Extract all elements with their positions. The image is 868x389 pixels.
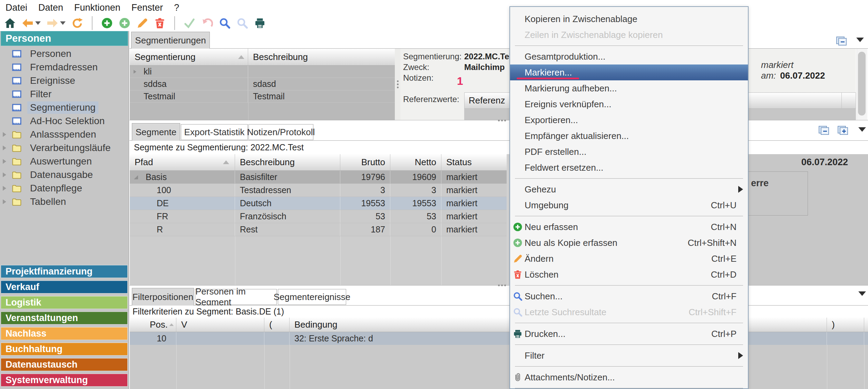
last-search-results-button[interactable]: [236, 17, 248, 29]
vertical-splitter[interactable]: [395, 49, 400, 120]
tab-notizen-protokoll[interactable]: Notizen/Protokoll: [248, 124, 313, 140]
menu-item-umgebung[interactable]: UmgebungCtrl+U: [510, 197, 748, 213]
sidebar-item-filter[interactable]: Filter: [0, 87, 129, 101]
module-nachlass[interactable]: Nachlass: [1, 327, 128, 340]
menu-item-attachments-notizen[interactable]: Attachments/Notizen...: [510, 369, 748, 385]
menu-item-loeschen[interactable]: LöschenCtrl+D: [510, 267, 748, 282]
column-header-close-paren[interactable]: ): [827, 318, 864, 332]
back-dropdown-icon[interactable]: [35, 21, 41, 25]
delete-button[interactable]: [154, 17, 166, 29]
tab-filterpositionen[interactable]: Filterpositionen: [132, 288, 194, 306]
panel-menu-dropdown-icon[interactable]: [858, 127, 866, 132]
sidebar-item-anlassspenden[interactable]: Anlassspenden: [0, 128, 129, 141]
table-row[interactable]: FR Französisch 53 53 markiert: [130, 210, 507, 223]
sidebar-item-tabellen[interactable]: Tabellen: [0, 195, 129, 208]
print-button[interactable]: [254, 17, 266, 29]
expand-icon[interactable]: [3, 186, 6, 191]
column-header-brutto[interactable]: Brutto: [340, 154, 390, 170]
edit-button[interactable]: [136, 17, 148, 29]
home-button[interactable]: [4, 17, 16, 29]
back-button[interactable]: [22, 17, 41, 29]
menu-item-drucken[interactable]: Drucken...Ctrl+P: [510, 326, 748, 342]
panel-menu-dropdown-icon[interactable]: [858, 291, 866, 296]
menu-item-gehezu[interactable]: Gehezu: [510, 181, 748, 197]
column-header-netto[interactable]: Netto: [390, 154, 441, 170]
column-header-open-paren[interactable]: (: [264, 318, 290, 332]
column-header-pos[interactable]: Pos.: [130, 318, 176, 332]
tab-personen-im-segment[interactable]: Personen im Segment: [195, 289, 277, 305]
menu-item-exportieren[interactable]: Exportieren...: [510, 112, 748, 128]
module-systemverwaltung[interactable]: Systemverwaltung: [1, 373, 128, 387]
search-button[interactable]: [219, 17, 231, 29]
column-header-beschreibung[interactable]: Beschreibung: [235, 154, 340, 170]
module-veranstaltungen[interactable]: Veranstaltungen: [1, 311, 128, 325]
menu-item-gesamtproduktion[interactable]: Gesamtproduktion...: [510, 49, 748, 64]
menu-item-filter[interactable]: Filter: [510, 348, 748, 363]
menu-item-feldwert-ersetzen[interactable]: Feldwert ersetzen...: [510, 160, 748, 176]
menu-item-neu-erfassen[interactable]: Neu erfassenCtrl+N: [510, 219, 748, 235]
sidebar-item-ereignisse[interactable]: Ereignisse: [0, 74, 129, 87]
menu-datei[interactable]: Datei: [6, 2, 27, 13]
menu-item-ereignis-verknuepfen[interactable]: Ereignis verknüpfen...: [510, 96, 748, 112]
sidebar-item-auswertungen[interactable]: Auswertungen: [0, 154, 129, 168]
expand-icon[interactable]: [3, 132, 6, 137]
sidebar-item-ad-hoc-selektion[interactable]: Ad-Hoc Selektion: [0, 114, 129, 128]
table-row[interactable]: R Rest 187 0 markiert: [130, 223, 507, 236]
restore-window-icon[interactable]: [836, 37, 847, 47]
table-row[interactable]: sddsa sdasd: [130, 78, 395, 90]
restore-window-icon[interactable]: [819, 126, 829, 136]
column-header-v[interactable]: V: [176, 318, 264, 332]
table-row[interactable]: Testmail Testmail: [130, 90, 395, 103]
tab-export-statistik[interactable]: Export-Statistik: [181, 124, 248, 140]
sidebar-item-datenausgabe[interactable]: Datenausgabe: [0, 168, 129, 181]
menu-help[interactable]: ?: [174, 2, 179, 13]
confirm-button[interactable]: [184, 17, 195, 29]
vertical-scrollbar[interactable]: [857, 49, 867, 120]
expand-icon[interactable]: [3, 199, 6, 204]
sidebar-item-verarbeitungslaeufe[interactable]: Verarbeitungsläufe: [0, 141, 129, 154]
menu-item-pdf-erstellen[interactable]: PDF erstellen...: [510, 144, 748, 160]
menu-item-kopieren-in-zwischenablage[interactable]: Kopieren in Zwischenablage: [510, 11, 748, 27]
sidebar-item-datenpflege[interactable]: Datenpflege: [0, 181, 129, 195]
menu-item-markieren[interactable]: Markieren...: [510, 64, 748, 80]
sidebar-item-personen[interactable]: Personen: [0, 47, 129, 60]
module-buchhaltung[interactable]: Buchhaltung: [1, 342, 128, 356]
module-datenaustausch[interactable]: Datenaustausch: [1, 358, 128, 371]
module-verkauf[interactable]: Verkauf: [1, 280, 128, 293]
panel-menu-dropdown-icon[interactable]: [856, 38, 864, 42]
expand-icon[interactable]: [3, 146, 6, 150]
maximize-window-icon[interactable]: [838, 126, 848, 136]
menu-item-suchen[interactable]: Suchen...Ctrl+F: [510, 288, 748, 304]
tab-segmentierungen[interactable]: Segmentierungen: [131, 32, 210, 49]
table-row[interactable]: 100 Testadressen 3 3 markiert: [130, 184, 507, 197]
new-button[interactable]: [101, 17, 113, 29]
refresh-button[interactable]: [71, 17, 83, 29]
menu-funktionen[interactable]: Funktionen: [74, 2, 120, 13]
undo-button[interactable]: [201, 17, 213, 29]
expand-icon[interactable]: [3, 172, 6, 177]
table-row-selected[interactable]: DE Deutsch 19553 19553 markiert: [130, 197, 507, 210]
column-header-status[interactable]: Status: [441, 154, 507, 170]
expand-icon[interactable]: [134, 70, 136, 73]
menu-daten[interactable]: Daten: [38, 2, 63, 13]
menu-item-markierung-aufheben[interactable]: Markierung aufheben...: [510, 80, 748, 96]
forward-button[interactable]: [47, 17, 66, 29]
column-header-beschreibung[interactable]: Beschreibung: [248, 49, 395, 65]
table-row[interactable]: Basis Basisfilter 19796 19609 markiert: [130, 171, 507, 184]
horizontal-splitter-grip[interactable]: [498, 120, 506, 121]
menu-item-neu-als-kopie-erfassen[interactable]: Neu als Kopie erfassenCtrl+Shift+N: [510, 235, 748, 251]
new-as-copy-button[interactable]: [119, 17, 130, 29]
menu-fenster[interactable]: Fenster: [131, 2, 163, 13]
tab-segmente[interactable]: Segmente: [132, 123, 180, 141]
column-header-segmentierung[interactable]: Segmentierung: [130, 49, 248, 65]
horizontal-splitter-grip[interactable]: [498, 285, 506, 286]
table-row[interactable]: kli: [130, 66, 395, 78]
sidebar-item-fremdadressen[interactable]: Fremdadressen: [0, 60, 129, 74]
table-row-selected[interactable]: 10 32: Erste Sprache: d: [130, 332, 868, 345]
column-header-pfad[interactable]: Pfad: [130, 154, 235, 170]
tab-segmentereignisse[interactable]: Segmentereignisse: [278, 289, 346, 305]
expand-icon[interactable]: [3, 159, 6, 164]
collapse-icon[interactable]: [134, 175, 138, 179]
module-projektfinanzierung[interactable]: Projektfinanzierung: [1, 265, 128, 278]
forward-dropdown-icon[interactable]: [60, 21, 66, 25]
